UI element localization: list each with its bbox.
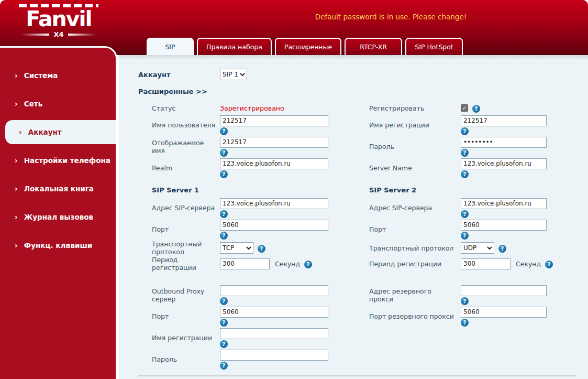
tab-sip-hotspot[interactable]: SIP HotSpot [405, 38, 463, 55]
backup-proxy-address-input[interactable] [461, 285, 547, 296]
help-icon[interactable]: ? [220, 127, 228, 135]
server2-transport-label: Транспортный протокол [369, 244, 461, 252]
status-value: Зарегистрировано [220, 104, 369, 112]
chevron-right-icon: › [15, 100, 18, 108]
server-name-input[interactable] [461, 158, 547, 169]
chevron-right-icon: › [15, 71, 18, 80]
server1-port-input[interactable] [220, 220, 328, 231]
default-password-warning: Default password is in use. Please chang… [194, 13, 588, 21]
sidebar-item-label: Сеть [24, 100, 42, 108]
reg-name-input[interactable] [461, 115, 547, 126]
main-content: Аккаунт SIP 1 Расширенные >> Статус Заре… [119, 55, 588, 379]
help-icon[interactable]: ? [461, 149, 469, 157]
tab-dial-rules[interactable]: Правила набора [197, 38, 272, 55]
help-icon[interactable]: ? [461, 210, 469, 218]
sidebar: › Система › Сеть › Аккаунт › Настройки т… [0, 46, 117, 379]
outbound-proxy-label: Outbound Proxy сервер [152, 287, 220, 303]
help-icon[interactable]: ? [220, 297, 228, 305]
help-icon[interactable]: ? [461, 127, 469, 135]
server1-reg-period-label: Период регистрации [152, 256, 220, 272]
logo-line-right [68, 34, 96, 36]
outbound-proxy-input[interactable] [220, 285, 328, 296]
username-input[interactable] [220, 115, 328, 126]
advanced-toggle[interactable]: Расширенные >> [138, 88, 588, 95]
status-label: Статус [152, 104, 220, 112]
sidebar-item-label: Система [24, 71, 58, 80]
chevron-right-icon: › [15, 185, 18, 193]
server1-reg-period-unit: Секунд [275, 260, 300, 268]
help-icon[interactable]: ? [461, 319, 469, 327]
proxy-auth-password-label: Пароль [152, 355, 220, 363]
realm-input[interactable] [220, 158, 328, 169]
sidebar-item-phone-settings[interactable]: › Настройки телефона [0, 148, 116, 172]
tab-sip[interactable]: SIP [147, 38, 194, 55]
tab-advanced[interactable]: Расширенные [275, 38, 341, 55]
server1-port-label: Порт [152, 225, 220, 233]
server2-address-input[interactable] [461, 198, 547, 209]
sip-server-1-heading: SIP Server 1 [152, 186, 369, 194]
proxy-port-input[interactable] [220, 307, 328, 318]
help-icon[interactable]: ? [472, 105, 480, 113]
sidebar-item-network[interactable]: › Сеть [0, 92, 116, 116]
server1-transport-label: Транспортный протокол [152, 240, 220, 256]
sidebar-item-account[interactable]: › Аккаунт [5, 120, 116, 144]
register-checkbox[interactable] [461, 104, 468, 112]
help-icon[interactable]: ? [461, 297, 469, 305]
server2-transport-select[interactable]: UDP [461, 242, 494, 254]
sidebar-item-phonebook[interactable]: › Локальная книга [0, 177, 116, 201]
sidebar-item-function-keys[interactable]: › Функц. клавиши [0, 233, 116, 257]
help-icon[interactable]: ? [220, 340, 228, 348]
display-name-input[interactable] [220, 137, 328, 148]
help-icon[interactable]: ? [498, 245, 506, 253]
help-icon[interactable]: ? [461, 232, 469, 240]
sidebar-item-system[interactable]: › Система [0, 63, 116, 88]
server1-address-label: Адрес SIP-сервера [152, 204, 220, 212]
display-name-label: Отображаемое имя [152, 139, 220, 155]
account-select-label: Аккаунт [138, 71, 220, 79]
backup-proxy-port-input[interactable] [461, 307, 547, 318]
server2-port-label: Порт [369, 225, 461, 233]
help-icon[interactable]: ? [545, 261, 553, 268]
content-top-shadow [119, 55, 588, 60]
chevron-right-icon: › [19, 128, 22, 136]
tab-bar: SIP Правила набора Расширенные RTCP-XR S… [147, 38, 463, 55]
sidebar-item-label: Настройки телефона [24, 156, 110, 165]
server1-transport-select[interactable]: TCP [220, 242, 253, 254]
sidebar-item-label: Журнал вызовов [24, 213, 93, 221]
proxy-auth-password-input[interactable] [220, 350, 328, 361]
backup-proxy-address-label: Адрес резервного прокси [369, 287, 461, 303]
help-icon[interactable]: ? [220, 149, 228, 157]
account-select[interactable]: SIP 1 [220, 69, 247, 80]
server-name-label: Server Name [369, 164, 461, 172]
help-icon[interactable]: ? [220, 210, 228, 218]
help-icon[interactable]: ? [220, 232, 228, 240]
backup-proxy-port-label: Порт резервного прокси [369, 312, 461, 320]
server2-reg-period-input[interactable] [461, 258, 511, 269]
server2-address-label: Адрес SIP-сервера [369, 204, 461, 212]
help-icon[interactable]: ? [258, 245, 265, 253]
help-icon[interactable]: ? [304, 261, 312, 268]
help-icon[interactable]: ? [220, 170, 228, 178]
password-label: Пароль [369, 143, 461, 150]
proxy-port-label: Порт [152, 312, 220, 320]
server1-reg-period-input[interactable] [220, 258, 270, 269]
tab-rtcp-xr[interactable]: RTCP-XR [345, 38, 402, 55]
sidebar-item-label: Функц. клавиши [24, 241, 92, 250]
realm-label: Realm [152, 164, 220, 172]
help-icon[interactable]: ? [220, 319, 228, 327]
password-input[interactable] [461, 137, 547, 148]
server1-address-input[interactable] [220, 198, 328, 209]
logo-line-left [21, 34, 49, 36]
register-label: Регистрировать [369, 104, 461, 112]
proxy-auth-name-input[interactable] [220, 328, 328, 339]
reg-name-label: Имя регистрации [369, 121, 461, 129]
server2-reg-period-label: Период регистрации [369, 260, 461, 268]
section-divider [138, 375, 576, 376]
help-icon[interactable]: ? [461, 170, 469, 178]
fanvil-logo: Fanvil X4 [14, 4, 104, 38]
sidebar-item-call-log[interactable]: › Журнал вызовов [0, 205, 116, 229]
chevron-right-icon: › [15, 213, 18, 221]
server2-reg-period-unit: Секунд [516, 260, 541, 268]
server2-port-input[interactable] [461, 220, 547, 231]
help-icon[interactable]: ? [220, 362, 228, 370]
